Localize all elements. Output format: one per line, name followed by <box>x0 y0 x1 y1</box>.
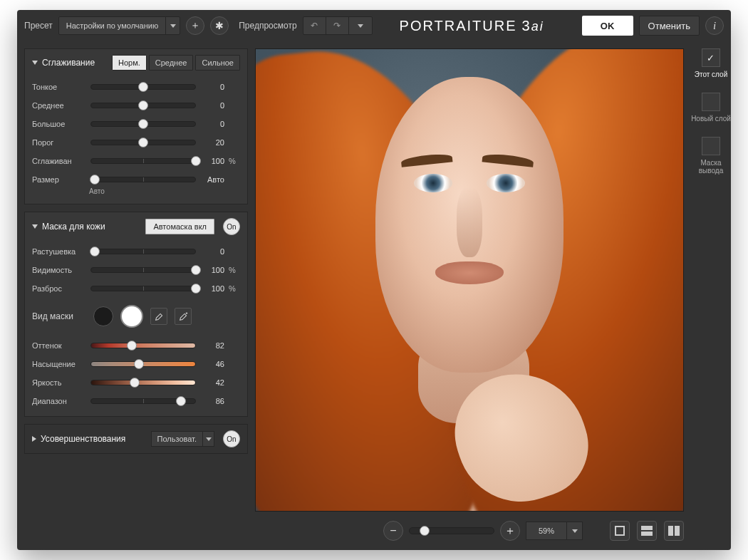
eyedropper-add-button[interactable] <box>175 308 192 325</box>
slider[interactable] <box>90 359 196 369</box>
preset-dropdown[interactable]: Настройки по умолчанию <box>58 16 180 35</box>
size-sublabel: Авто <box>89 187 240 195</box>
slider-row: Диапазон 86 <box>32 392 240 410</box>
slider-row: Насыщение 46 <box>32 355 240 373</box>
slider[interactable] <box>90 119 196 129</box>
chevron-right-icon <box>32 436 36 442</box>
slider[interactable] <box>90 156 196 166</box>
slider-row: Размер Авто <box>32 170 240 189</box>
slider[interactable] <box>90 100 196 110</box>
zoom-slider[interactable] <box>409 527 494 534</box>
add-preset-button[interactable]: ＋ <box>186 16 204 35</box>
preset-strong[interactable]: Сильное <box>195 55 240 71</box>
redo-button[interactable]: ↷ <box>326 17 349 34</box>
view-split-h-button[interactable] <box>637 521 657 541</box>
slider-row: Видимость 100 % <box>32 261 240 279</box>
output-mask[interactable]: Маска вывода <box>691 137 731 175</box>
settings-button[interactable]: ✱ <box>210 16 229 35</box>
slider[interactable] <box>90 247 196 256</box>
app-window: Пресет Настройки по умолчанию ＋ ✱ Предпр… <box>17 10 731 550</box>
enhance-mode-dropdown[interactable]: Пользоват. <box>151 431 214 447</box>
history-dropdown[interactable] <box>349 17 372 34</box>
mask-view-white[interactable] <box>120 305 143 328</box>
slider-row: Оттенок 82 <box>32 336 240 355</box>
slider-row: Большое 0 <box>32 115 240 133</box>
slider[interactable] <box>90 341 196 351</box>
smoothing-header[interactable]: Сглаживание Норм. Среднее Сильное <box>32 55 240 71</box>
preview-canvas[interactable] <box>255 48 684 512</box>
chevron-down-icon <box>32 61 38 65</box>
output-this-layer[interactable]: Этот слой <box>695 48 727 78</box>
smoothing-presets: Норм. Среднее Сильное <box>112 55 240 71</box>
mask-view-black[interactable] <box>93 306 113 326</box>
preset-medium[interactable]: Среднее <box>149 55 194 71</box>
preview-footer: − ＋ 59% <box>255 512 684 543</box>
view-split-v-button[interactable] <box>664 521 684 541</box>
mask-view-row: Вид маски <box>32 305 240 328</box>
chevron-down-icon <box>566 522 582 539</box>
slider-row: Порог 20 <box>32 133 240 152</box>
preview-label: Предпросмотр <box>239 21 296 31</box>
enhance-panel: Усовершенствования Пользоват. On <box>24 424 248 454</box>
ok-button[interactable]: OK <box>582 16 633 36</box>
sidebar: Сглаживание Норм. Среднее Сильное Тонкое… <box>17 41 248 550</box>
portrait-image <box>256 49 683 511</box>
topbar: Пресет Настройки по умолчанию ＋ ✱ Предпр… <box>17 10 731 41</box>
slider[interactable] <box>90 82 196 92</box>
eyedropper-button[interactable] <box>150 308 167 325</box>
rightbar: Этот слой Новый слой Маска вывода <box>691 41 731 550</box>
undo-button[interactable]: ↶ <box>303 17 326 34</box>
zoom-in-button[interactable]: ＋ <box>500 521 520 541</box>
slider-row: Яркость 42 <box>32 373 240 392</box>
zoom-percentage-dropdown[interactable]: 59% <box>526 522 583 540</box>
slider-row: Растушевка 0 <box>32 242 240 261</box>
mask-on-toggle[interactable]: On <box>223 218 240 235</box>
slider[interactable] <box>90 284 196 294</box>
slider[interactable] <box>90 138 196 147</box>
slider[interactable] <box>90 378 196 388</box>
slider[interactable] <box>90 396 196 406</box>
slider-row: Разброс 100 % <box>32 279 240 298</box>
output-new-layer[interactable]: Новый слой <box>691 93 731 123</box>
automask-toggle[interactable]: Автомаска вкл <box>145 219 214 234</box>
enhance-on-toggle[interactable]: On <box>223 430 240 447</box>
chevron-down-icon <box>165 17 180 34</box>
slider-row: Среднее 0 <box>32 96 240 115</box>
smoothing-panel: Сглаживание Норм. Среднее Сильное Тонкое… <box>24 48 248 204</box>
zoom-out-button[interactable]: − <box>383 521 403 541</box>
chevron-down-icon <box>32 224 38 229</box>
preset-label: Пресет <box>24 21 53 31</box>
history-buttons: ↶ ↷ <box>303 16 373 35</box>
info-button[interactable]: i <box>705 16 724 35</box>
cancel-button[interactable]: Отменить <box>639 16 700 36</box>
slider[interactable] <box>90 265 196 275</box>
slider[interactable] <box>90 175 196 185</box>
view-single-button[interactable] <box>610 521 630 541</box>
mask-panel: Маска для кожи Автомаска вкл On Растушев… <box>24 212 248 417</box>
preset-normal[interactable]: Норм. <box>112 55 147 71</box>
enhance-header[interactable]: Усовершенствования Пользоват. On <box>32 430 240 447</box>
preview-area: − ＋ 59% <box>248 41 691 550</box>
mask-header[interactable]: Маска для кожи Автомаска вкл On <box>32 218 240 235</box>
app-title: PORTRAITURE 3ai <box>400 18 544 34</box>
slider-row: Тонкое 0 <box>32 78 240 96</box>
slider-row: Сглаживан 100 % <box>32 152 240 170</box>
